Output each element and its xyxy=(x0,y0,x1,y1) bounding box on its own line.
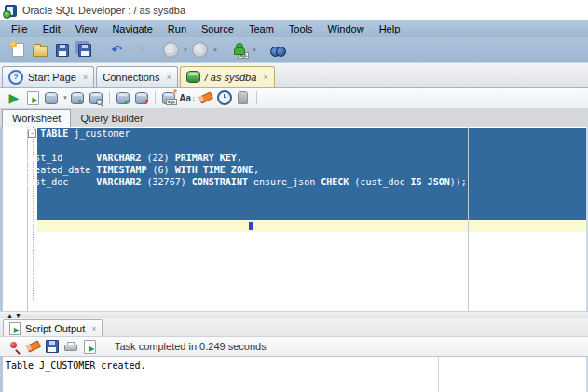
undo-button[interactable]: ↶ xyxy=(106,40,127,61)
script-output-area: Table J_CUSTOMER created. xyxy=(0,357,588,392)
explain-plan-button[interactable]: ↻ xyxy=(68,89,87,107)
sql-star-icon: SQL* xyxy=(162,92,175,104)
title-bar: Oracle SQL Developer : / as sysdba xyxy=(0,0,588,20)
save-button[interactable] xyxy=(52,40,73,61)
app-logo-icon xyxy=(5,5,17,17)
printer-icon xyxy=(64,342,77,353)
unshared-worksheet-button[interactable]: SQL* xyxy=(159,89,178,107)
save-icon xyxy=(46,340,59,353)
menu-item-run[interactable]: Run xyxy=(160,21,194,36)
run-script-button[interactable]: ▶ xyxy=(23,89,42,107)
eraser-icon xyxy=(198,91,213,103)
run-script-icon: ▶ xyxy=(27,91,39,105)
commit-button[interactable]: ✔ xyxy=(114,89,132,107)
database-icon xyxy=(45,92,58,104)
menu-item-edit[interactable]: Edit xyxy=(35,21,68,36)
change-case-button[interactable]: Aa↕ xyxy=(178,89,197,107)
close-icon[interactable]: × xyxy=(91,324,96,333)
back-dropdown[interactable]: ▼ xyxy=(183,47,188,53)
panel-left-frame xyxy=(0,127,3,311)
rerun-script-button[interactable]: ▶ xyxy=(80,338,99,356)
splitter-down-icon[interactable]: ▼ xyxy=(15,312,21,318)
toolbar-separator xyxy=(109,91,110,104)
menu-item-file[interactable]: File xyxy=(4,21,35,36)
panel-left-frame xyxy=(0,357,3,392)
new-file-button[interactable] xyxy=(7,40,28,61)
menu-item-source[interactable]: Source xyxy=(194,21,241,36)
save-icon xyxy=(56,44,69,57)
menu-item-tools[interactable]: Tools xyxy=(281,21,321,36)
sql-code: CREATE TABLE j_customer ( cust_id VARCHA… xyxy=(1,128,467,188)
clear-button[interactable] xyxy=(197,89,215,107)
back-button[interactable]: ← xyxy=(160,40,181,61)
toolbar-separator xyxy=(256,91,257,104)
menu-item-help[interactable]: Help xyxy=(372,21,408,36)
tab-label: Query Builder xyxy=(80,113,143,124)
pane-splitter[interactable]: ▲ ▼ xyxy=(0,311,588,318)
autotrace-button[interactable] xyxy=(42,89,61,107)
clear-output-button[interactable] xyxy=(24,338,43,356)
tab-as-sysdba[interactable]: / as sysdba × xyxy=(180,66,275,87)
save-output-button[interactable] xyxy=(43,338,62,356)
back-icon: ← xyxy=(163,42,179,58)
forward-button[interactable]: → xyxy=(190,40,211,61)
connections-dropdown[interactable]: ▼ xyxy=(252,47,257,53)
run-statement-icon: ▶ xyxy=(9,91,20,104)
save-all-icon xyxy=(78,44,91,57)
text-caret xyxy=(249,222,253,230)
main-toolbar: ↶ ↷ ← ▼ → ▼ SQL ▼ xyxy=(0,37,588,63)
connections-button[interactable]: SQL xyxy=(229,40,250,61)
right-margin-guide xyxy=(468,127,469,311)
sql-editor[interactable]: − CREATE TABLE j_customer ( cust_id VARC… xyxy=(0,127,588,311)
database-connection-icon xyxy=(186,71,200,83)
redo-icon: ↷ xyxy=(134,44,144,56)
pin-button[interactable] xyxy=(6,338,24,356)
tab-query-builder[interactable]: Query Builder xyxy=(71,109,152,127)
run-statement-button[interactable]: ▶ xyxy=(5,89,23,107)
script-output-tab-bar: ▶ Script Output × xyxy=(0,318,588,337)
connections-user-icon: SQL xyxy=(232,43,246,57)
forward-icon: → xyxy=(192,42,208,58)
menu-item-team[interactable]: Team xyxy=(241,21,281,36)
tab-worksheet[interactable]: Worksheet xyxy=(2,109,71,127)
sql-developer-window: Oracle SQL Developer : / as sysdba FileE… xyxy=(0,0,588,392)
database-refresh-icon: ↻ xyxy=(71,92,84,104)
redo-button[interactable]: ↷ xyxy=(129,40,149,61)
toolbar-separator xyxy=(155,91,156,104)
open-file-button[interactable] xyxy=(30,40,50,61)
menu-item-view[interactable]: View xyxy=(68,21,105,36)
task-status-text: Task completed in 0.249 seconds xyxy=(115,341,267,352)
binoculars-icon xyxy=(270,47,286,56)
save-all-button[interactable] xyxy=(75,40,95,61)
tab-connections[interactable]: Connections × xyxy=(96,66,177,87)
worksheet-tab-bar: Worksheet Query Builder xyxy=(0,109,588,127)
tab-script-output[interactable]: ▶ Script Output × xyxy=(3,319,103,336)
misc-button[interactable] xyxy=(234,89,253,107)
close-icon[interactable]: × xyxy=(166,73,171,82)
menu-item-window[interactable]: Window xyxy=(321,21,372,36)
print-button[interactable] xyxy=(62,338,80,356)
tab-label: Script Output xyxy=(25,323,85,334)
menu-item-navigate[interactable]: Navigate xyxy=(104,21,159,36)
tab-start-page[interactable]: ? Start Page × xyxy=(2,66,94,87)
forward-dropdown[interactable]: ▼ xyxy=(212,47,218,53)
pushpin-icon xyxy=(9,341,21,353)
tab-label: Connections xyxy=(103,72,159,83)
sql-history-button[interactable] xyxy=(215,89,234,107)
database-rollback-icon: ↺ xyxy=(135,92,148,104)
tab-label: Start Page xyxy=(28,72,76,83)
worksheet-toolbar: ▶ ▶ ▼ ↻ ✔ ↺ SQL* Aa↕ xyxy=(0,88,588,109)
current-line-highlight xyxy=(37,220,586,232)
undo-icon: ↶ xyxy=(112,44,122,56)
script-output-toolbar: ▶ Task completed in 0.249 seconds xyxy=(0,337,588,357)
output-divider-line xyxy=(438,357,439,392)
close-icon[interactable]: × xyxy=(83,73,88,82)
splitter-up-icon[interactable]: ▲ xyxy=(7,312,13,318)
database-magnifier-icon xyxy=(89,92,103,104)
window-title: Oracle SQL Developer : / as sysdba xyxy=(22,5,185,16)
close-icon[interactable]: × xyxy=(263,73,267,82)
sql-tuning-button[interactable] xyxy=(87,89,105,107)
rollback-button[interactable]: ↺ xyxy=(132,89,151,107)
find-button[interactable] xyxy=(268,40,289,61)
run-script-icon: ▶ xyxy=(84,340,96,354)
